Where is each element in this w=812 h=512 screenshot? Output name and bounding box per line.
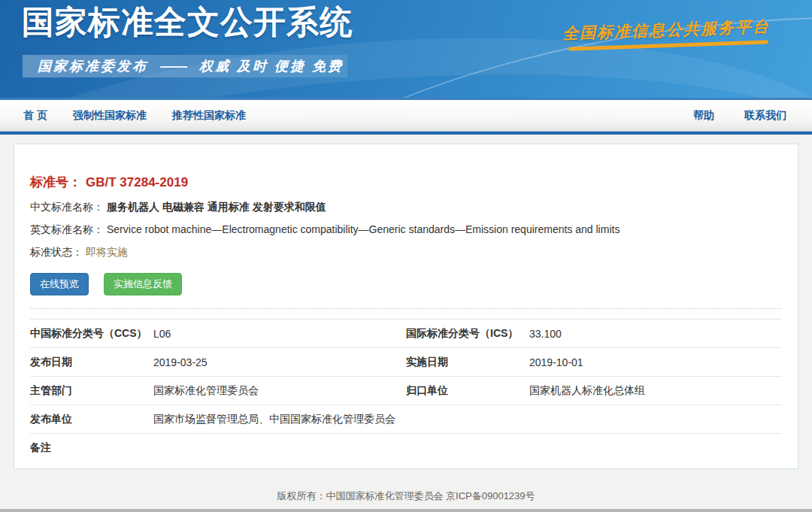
en-name-label: 英文标准名称： (30, 223, 104, 235)
table-row: 发布日期 2019-03-25 实施日期 2019-10-01 (30, 348, 782, 377)
cn-name-label: 中文标准名称： (30, 201, 104, 213)
issuing-unit-label: 发布单位 (30, 413, 153, 426)
status-line: 标准状态：即将实施 (30, 246, 782, 259)
standard-number-label: 标准号： (30, 175, 81, 189)
standard-detail-card: 标准号：GB/T 37284-2019 中文标准名称：服务机器人 电磁兼容 通用… (14, 144, 798, 469)
table-row: 备注 (30, 434, 782, 462)
implement-date-value: 2019-10-01 (529, 356, 782, 368)
publisher-text: 国家标准委发布 (38, 59, 148, 74)
action-buttons: 在线预览 实施信息反馈 (30, 273, 782, 295)
remarks-label: 备注 (30, 441, 153, 455)
slogan-text: 权威 及时 便捷 免费 (199, 59, 344, 74)
cn-name-value: 服务机器人 电磁兼容 通用标准 发射要求和限值 (107, 201, 326, 213)
nav-item-recommended-standards[interactable]: 推荐性国家标准 (172, 109, 246, 123)
table-row: 发布单位 国家市场监督管理总局、中国国家标准化管理委员会 (30, 405, 782, 434)
table-row: 主管部门 国家标准化管理委员会 归口单位 国家机器人标准化总体组 (30, 377, 782, 405)
content-area: 标准号：GB/T 37284-2019 中文标准名称：服务机器人 电磁兼容 通用… (0, 135, 812, 469)
implementation-feedback-button[interactable]: 实施信息反馈 (104, 273, 182, 295)
nav-wrapper: 首 页 强制性国家标准 推荐性国家标准 帮助 联系我们 (0, 98, 812, 135)
standard-number-value: GB/T 37284-2019 (86, 175, 188, 189)
nav-item-mandatory-standards[interactable]: 强制性国家标准 (73, 109, 147, 123)
nav-item-help[interactable]: 帮助 (693, 109, 714, 123)
ics-label: 国际标准分类号（ICS） (406, 327, 529, 341)
platform-logo[interactable]: 全国标准信息公共服务平台 (562, 20, 770, 47)
centralized-unit-label: 归口单位 (406, 384, 529, 398)
publish-date-value: 2019-03-25 (153, 356, 406, 368)
ccs-value: L06 (153, 328, 406, 340)
bottom-edge-strip (0, 509, 812, 512)
platform-name: 全国标准信息公共服务平台 (562, 16, 771, 44)
table-row: 中国标准分类号（CCS） L06 国际标准分类号（ICS） 33.100 (30, 320, 782, 348)
site-title: 国家标准全文公开系统 (22, 1, 353, 44)
status-label: 标准状态： (30, 246, 83, 258)
status-value: 即将实施 (86, 246, 128, 258)
standard-info-table: 中国标准分类号（CCS） L06 国际标准分类号（ICS） 33.100 发布日… (30, 319, 782, 462)
publisher-banner: 国家标准委发布 —— 权威 及时 便捷 免费 (23, 55, 347, 77)
en-name-value: Service robot machine—Electromagnetic co… (107, 223, 620, 235)
copyright-text: 版权所有：中国国家标准化管理委员会 京ICP备09001239号 (0, 489, 812, 503)
implement-date-label: 实施日期 (406, 356, 529, 369)
competent-dept-value: 国家标准化管理委员会 (153, 384, 406, 398)
page-footer: 版权所有：中国国家标准化管理委员会 京ICP备09001239号 (0, 469, 812, 503)
competent-dept-label: 主管部门 (30, 384, 153, 398)
standard-number-line: 标准号：GB/T 37284-2019 (30, 174, 782, 191)
main-nav: 首 页 强制性国家标准 推荐性国家标准 帮助 联系我们 (0, 100, 812, 132)
ics-value: 33.100 (529, 328, 782, 340)
dotted-separator (30, 308, 782, 309)
issuing-unit-value: 国家市场监督管理总局、中国国家标准化管理委员会 (153, 413, 782, 426)
centralized-unit-value: 国家机器人标准化总体组 (529, 384, 782, 398)
banner-dash: —— (160, 59, 187, 74)
online-preview-button[interactable]: 在线预览 (30, 273, 89, 295)
site-header: 国家标准全文公开系统 国家标准委发布 —— 权威 及时 便捷 免费 全国标准信息… (0, 0, 812, 98)
cn-name-line: 中文标准名称：服务机器人 电磁兼容 通用标准 发射要求和限值 (30, 201, 782, 214)
ccs-label: 中国标准分类号（CCS） (30, 327, 153, 341)
en-name-line: 英文标准名称：Service robot machine—Electromagn… (30, 223, 782, 236)
nav-item-home[interactable]: 首 页 (23, 109, 47, 123)
publish-date-label: 发布日期 (30, 356, 153, 369)
nav-item-contact-us[interactable]: 联系我们 (744, 109, 786, 123)
